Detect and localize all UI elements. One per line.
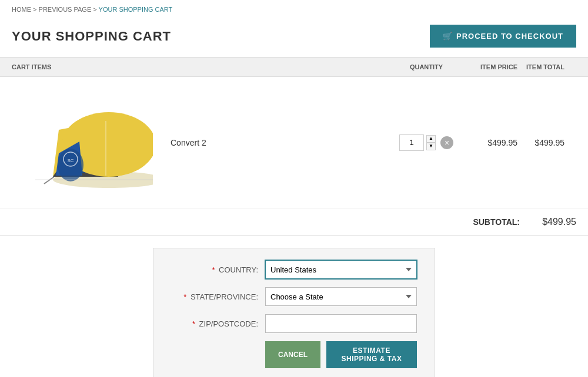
- breadcrumb-sep-1: >: [33, 6, 36, 13]
- page-title: YOUR SHOPPING CART: [12, 29, 171, 44]
- item-name: Convert 2: [165, 138, 394, 147]
- breadcrumb: HOME > PREVIOUS PAGE > YOUR SHOPPING CAR…: [0, 0, 588, 19]
- breadcrumb-home[interactable]: HOME: [12, 6, 31, 13]
- svg-line-11: [44, 177, 54, 184]
- page-header: YOUR SHOPPING CART 🛒 PROCEED TO CHECKOUT: [0, 19, 588, 57]
- state-label: * STATE/PROVINCE:: [171, 292, 265, 301]
- estimate-shipping-button[interactable]: ESTIMATE SHIPPING & TAX: [326, 341, 417, 368]
- subtotal-value: $499.95: [529, 217, 576, 227]
- col-items-header: CART ITEMS: [12, 63, 394, 70]
- zip-row: * ZIP/POSTCODE:: [171, 314, 417, 333]
- svg-text:SC: SC: [67, 158, 74, 163]
- svg-point-7: [58, 149, 83, 181]
- zip-label: * ZIP/POSTCODE:: [171, 319, 265, 328]
- col-total-header: ITEM TOTAL: [517, 63, 576, 70]
- item-quantity: ▲ ▼ ×: [394, 134, 459, 151]
- checkout-button-label: PROCEED TO CHECKOUT: [456, 32, 563, 41]
- col-qty-header: QUANTITY: [394, 63, 459, 70]
- form-buttons: CANCEL ESTIMATE SHIPPING & TAX: [171, 341, 417, 368]
- required-indicator: *: [212, 265, 215, 274]
- subtotal-label: SUBTOTAL:: [473, 217, 520, 227]
- country-select[interactable]: United States Canada Mexico United Kingd…: [265, 260, 417, 279]
- quantity-input[interactable]: [399, 134, 424, 151]
- product-image: SC: [12, 89, 153, 194]
- shipping-estimator-panel: * COUNTRY: United States Canada Mexico U…: [153, 248, 435, 377]
- remove-item-button[interactable]: ×: [440, 136, 453, 149]
- table-row: SC Convert 2 ▲ ▼ × $499.95 $499.95: [0, 77, 588, 208]
- cart-icon: 🛒: [443, 32, 453, 41]
- required-indicator-zip: *: [192, 319, 195, 328]
- quantity-decrement[interactable]: ▼: [426, 143, 436, 150]
- item-price: $499.95: [459, 138, 517, 147]
- quantity-controls: ▲ ▼: [426, 135, 436, 150]
- country-row: * COUNTRY: United States Canada Mexico U…: [171, 260, 417, 279]
- breadcrumb-current: YOUR SHOPPING CART: [99, 6, 173, 13]
- item-total: $499.95: [517, 138, 576, 147]
- state-select[interactable]: Choose a State Alabama Alaska Arizona Ca…: [265, 287, 417, 306]
- state-row: * STATE/PROVINCE: Choose a State Alabama…: [171, 287, 417, 306]
- country-label: * COUNTRY:: [171, 265, 265, 274]
- breadcrumb-previous[interactable]: PREVIOUS PAGE: [39, 6, 92, 13]
- subtotal-row: SUBTOTAL: $499.95: [0, 208, 588, 236]
- checkout-button[interactable]: 🛒 PROCEED TO CHECKOUT: [430, 25, 576, 48]
- quantity-increment[interactable]: ▲: [426, 135, 436, 143]
- breadcrumb-sep-2: >: [93, 6, 96, 13]
- required-indicator-state: *: [183, 292, 186, 301]
- col-price-header: ITEM PRICE: [459, 63, 517, 70]
- item-image: SC: [12, 89, 165, 196]
- cancel-button[interactable]: CANCEL: [265, 341, 320, 368]
- zip-input[interactable]: [265, 314, 417, 333]
- cart-table-header: CART ITEMS QUANTITY ITEM PRICE ITEM TOTA…: [0, 57, 588, 77]
